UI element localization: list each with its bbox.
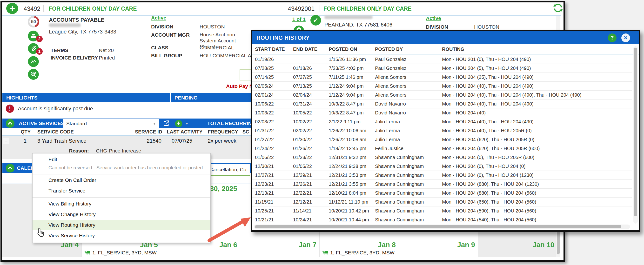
cell-routing: Mon - HOU 204 (40) — [442, 110, 632, 116]
cell-routing: Mon - HOU 204 (0), Thu - HOU 205R (600) — [442, 155, 632, 160]
cell-end-date: 02/04/24 — [293, 92, 329, 98]
svg-text:01: 01 — [32, 72, 34, 75]
cell-start-date: 10/25/21 — [255, 208, 293, 214]
menu-item-create-on-call-order[interactable]: Create On Call Order — [32, 175, 210, 185]
scrollbar-thumb[interactable] — [634, 48, 637, 216]
routing-table-row[interactable]: 12/30/21 01/05/22 12/24/21 9:38 pm Shawn… — [252, 162, 632, 171]
add-account-button[interactable]: + — [6, 3, 18, 14]
menu-item-view-routing-history[interactable]: View Routing History — [32, 220, 210, 230]
calendar-day-label: Jan 8 — [378, 241, 396, 249]
division-label: DIVISION — [151, 24, 173, 30]
account-status-link[interactable]: Active — [151, 15, 166, 21]
close-icon[interactable]: × — [621, 34, 630, 42]
routing-table-row[interactable]: 10/03/22 10/05/22 10/3/22 8:47 pm David … — [252, 108, 632, 117]
cell-posted-on: 2/1/22 9:11 pm — [329, 119, 375, 124]
service-code: 3 Yard Trash Service — [37, 138, 86, 144]
routing-table-row[interactable]: 12/27/21 12/29/21 12/21/21 3:53 pm Shawn… — [252, 171, 632, 180]
toolbar-separator — [320, 5, 320, 12]
cell-routing: Mon - HOU 204 (880), Thu - HOU 204 (1230… — [442, 182, 632, 187]
routing-table-row[interactable]: 02/05/24 07/13/25 1/12/24 9:04 pm Aliena… — [252, 82, 632, 90]
cell-posted-by: Shawnna Cunningham — [375, 172, 442, 178]
account-score-gauge[interactable]: 50 — [28, 16, 39, 28]
col-frequency: FREQUENCY — [208, 129, 238, 135]
cell-routing: Mon - HOU 204 (40), Thu - HOU 204 (490) — [442, 119, 632, 124]
routing-table-row[interactable]: 12/13/21 12/22/21 12/10/21 8:04 pm Shawn… — [252, 189, 632, 198]
routing-table-row[interactable]: 01/19/26 1/15/26 11:36 pm Paul Gonzalez … — [252, 55, 632, 64]
routing-history-dialog: ROUTING HISTORY ? × START DATEEND DATEPO… — [251, 30, 640, 232]
menu-item-view-change-history[interactable]: View Change History — [32, 209, 210, 220]
routing-table-row[interactable]: 07/28/25 01/18/26 7/23/25 4:03 pm Paul G… — [252, 64, 632, 73]
service-context-menu: Edit Can not be reversed - Service work … — [32, 153, 211, 243]
routing-table-row[interactable]: 12/23/21 12/26/21 12/21/21 3:55 pm Shawn… — [252, 180, 632, 189]
routing-table-row[interactable]: 01/31/22 02/02/22 1/26/22 10:06 am Julio… — [252, 126, 632, 135]
paperclip-badge: 1 — [36, 48, 43, 55]
routing-table: 01/19/26 1/15/26 11:36 pm Paul Gonzalez … — [252, 55, 632, 224]
calendar-event[interactable]: 1, FL_SERVICE, 3YD, MSW — [84, 250, 157, 256]
help-icon[interactable]: ? — [608, 34, 616, 42]
cell-posted-on: 1/15/26 11:36 pm — [329, 56, 375, 62]
cell-routing: Mon - HOU 204 (620), Thu - HOU 205R (600… — [442, 146, 632, 151]
auto-pay-note: Auto Pay N — [226, 83, 253, 89]
routing-table-row[interactable]: 01/27/22 01/30/22 1/26/22 10:08 am Julio… — [252, 135, 632, 144]
calendar-day-cell[interactable]: Jan 10 — [478, 240, 558, 257]
refresh-icon[interactable] — [552, 2, 564, 14]
routing-table-row[interactable]: 01/06/22 01/23/22 12/31/21 9:32 pm Shawn… — [252, 153, 632, 162]
routing-table-row[interactable]: 07/14/25 07/27/25 7/11/25 1:46 pm Aliena… — [252, 73, 632, 82]
reason-label: Reason: — [69, 148, 89, 154]
class-value: COMMERCIAL — [200, 45, 234, 50]
scrollbar-thumb[interactable] — [255, 225, 621, 228]
cell-start-date: 12/13/21 — [255, 190, 293, 196]
collapse-calendar-button[interactable] — [6, 164, 14, 172]
service-view-dropdown[interactable]: Standard ▼ — [63, 119, 159, 128]
cell-posted-by: Paul Gonzalez — [375, 66, 442, 71]
routing-table-row[interactable]: 10/25/21 11/14/21 10/20/21 10:42 pm Shaw… — [252, 206, 632, 215]
site-status-link[interactable]: Active — [426, 16, 441, 21]
search-transactions-icon[interactable]: 01 — [28, 69, 39, 80]
cell-posted-on: 12/31/21 9:32 pm — [329, 155, 375, 160]
cell-start-date: 11/15/21 — [255, 199, 293, 205]
add-service-caret-icon[interactable]: ▼ — [185, 122, 189, 126]
collapse-row-button[interactable]: – — [3, 138, 9, 144]
calendar-event[interactable]: 1, FL_SERVICE, 3YD, MSW — [322, 250, 394, 256]
check-icon: ✓ — [310, 15, 321, 26]
menu-item-view-billing-history[interactable]: View Billing History — [32, 199, 210, 209]
routing-table-row[interactable]: 01/24/22 01/26/22 1/18/22 12:45 pm Ferli… — [252, 144, 632, 153]
cell-posted-on: 1/26/22 10:08 am — [329, 137, 375, 142]
routing-column-header: ROUTING — [442, 46, 639, 52]
calendar-event-text: 1, FL_SERVICE, 3YD, MSW — [92, 250, 157, 256]
chart-icon[interactable] — [28, 56, 39, 67]
menu-item-transfer-service[interactable]: Transfer Service — [32, 186, 210, 196]
menu-item-edit[interactable]: Edit — [32, 154, 210, 164]
menu-item-view-service-history[interactable]: View Service History — [32, 230, 210, 241]
collapse-services-button[interactable] — [6, 119, 14, 128]
cell-start-date: 02/01/24 — [255, 92, 293, 98]
cell-posted-on: 1/26/22 10:06 am — [329, 128, 375, 134]
service-frequency: 2x per week — [208, 138, 236, 144]
cell-routing: Mon - HOU 204 (880), Thu - HOU 204 (560) — [442, 190, 632, 196]
routing-table-row[interactable]: 02/01/24 02/04/24 1/12/24 9:04 pm Aliena… — [252, 90, 632, 100]
calendar-day-cell[interactable]: Jan 9 — [399, 240, 478, 257]
routing-table-row[interactable]: 10/21/21 10/24/21 10/20/21 10:44 pm Shaw… — [252, 215, 632, 224]
cell-routing: Mon - HOU 204 (0), Thu - HOU 204 (1230) — [442, 172, 632, 178]
cell-posted-on: 12/10/21 8:04 pm — [329, 190, 375, 196]
service-last-activity: 07/07/25 — [172, 138, 192, 144]
add-service-button[interactable]: + — [175, 120, 182, 127]
routing-table-row[interactable]: 02/03/22 10/02/22 2/1/22 9:11 pm Julio L… — [252, 117, 632, 126]
cell-posted-by: Julio Lerma — [375, 119, 442, 124]
routing-table-row[interactable]: 10/06/22 01/31/24 10/3/22 8:47 pm David … — [252, 100, 632, 108]
routing-column-header: POSTED BY — [375, 46, 442, 52]
cell-end-date: 01/31/24 — [293, 101, 329, 107]
routing-table-row[interactable]: 11/15/21 12/12/21 11/12/21 11:10 pm Shaw… — [252, 198, 632, 206]
open-services-icon[interactable] — [163, 120, 170, 128]
calendar-day-cell[interactable]: Jan 8 1, FL_SERVICE, 3YD, MSW — [320, 240, 399, 257]
cell-posted-by: David Navarro — [375, 101, 442, 107]
menu-separator — [32, 174, 210, 174]
cell-routing: Mon - HOU 201 (0), Thu - HOU 204 (490) — [442, 56, 632, 62]
dialog-vertical-scrollbar[interactable] — [634, 46, 638, 224]
col-schedule: SC — [242, 129, 249, 135]
site-pager-link[interactable]: 1 of 1 — [292, 16, 306, 22]
dialog-horizontal-scrollbar[interactable] — [254, 224, 630, 229]
bill-group-label: BILL GROUP — [151, 53, 182, 58]
cell-posted-by: Shawnna Cunningham — [375, 208, 442, 214]
service-qty: 1 — [24, 138, 26, 144]
